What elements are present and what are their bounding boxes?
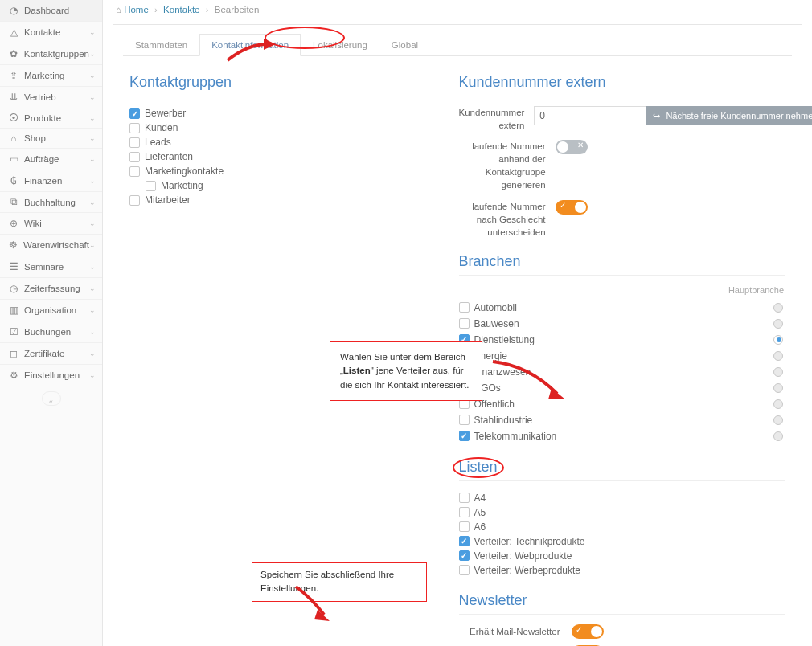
hauptbranche-radio[interactable] — [773, 399, 783, 409]
sidebar-item-buchungen[interactable]: ☑Buchungen⌄ — [0, 321, 102, 343]
sidebar-item-marketing[interactable]: ⇪Marketing⌄ — [0, 65, 102, 87]
sidebar-item-label: Kontaktgruppen — [24, 49, 89, 59]
checkbox[interactable] — [129, 166, 140, 177]
hauptbranche-radio[interactable] — [773, 351, 783, 361]
kundennummer-input[interactable] — [534, 106, 646, 125]
branche-item[interactable]: Öffentlich — [459, 397, 773, 411]
checkbox[interactable] — [459, 302, 470, 313]
branche-item[interactable]: Finanzwesen — [459, 365, 773, 379]
kontaktgruppe-label: Kunden — [145, 122, 178, 133]
toggle-newsletter-mail[interactable] — [572, 624, 604, 639]
liste-item[interactable]: Verteiler: Webprodukte — [459, 549, 785, 563]
checkbox[interactable] — [459, 431, 470, 441]
tab-stammdaten[interactable]: Stammdaten — [123, 34, 199, 56]
branche-item[interactable]: Dienstleistung — [459, 333, 773, 347]
kontaktgruppe-item[interactable]: Marketing — [146, 178, 427, 193]
kontaktgruppe-item[interactable]: Mitarbeiter — [129, 193, 427, 207]
sidebar-item-produkte[interactable]: ⦿Produkte⌄ — [0, 108, 102, 129]
checkbox[interactable] — [129, 123, 140, 133]
branche-item[interactable]: Energie — [459, 349, 773, 363]
kontaktgruppe-item[interactable]: Marketingkontakte — [129, 164, 427, 178]
breadcrumb-current: Bearbeiten — [215, 5, 260, 14]
sidebar-item-einstellungen[interactable]: ⚙Einstellungen⌄ — [0, 365, 102, 386]
kontaktgruppe-item[interactable]: Kunden — [129, 121, 427, 135]
sidebar-item-seminare[interactable]: ☰Seminare⌄ — [0, 256, 102, 278]
breadcrumb-sep: › — [154, 5, 158, 14]
kontaktgruppe-item[interactable]: Bewerber — [129, 106, 427, 121]
checkbox[interactable] — [459, 493, 470, 503]
sidebar-item-zertifikate[interactable]: ◻Zertifikate⌄ — [0, 343, 102, 365]
hauptbranche-radio[interactable] — [773, 383, 783, 393]
hauptbranche-radio[interactable] — [773, 431, 783, 441]
branchen-header: Hauptbranche — [459, 285, 785, 295]
hauptbranche-radio[interactable] — [773, 367, 783, 377]
sidebar-item-kontakte[interactable]: △Kontakte⌄ — [0, 22, 102, 43]
checkbox[interactable] — [459, 318, 470, 329]
checkbox[interactable] — [129, 137, 140, 148]
sidebar-item-vertrieb[interactable]: ⇊Vertrieb⌄ — [0, 87, 102, 108]
kontaktgruppe-label: Lieferanten — [145, 151, 193, 162]
toggle-laufende-geschlecht[interactable] — [556, 200, 588, 215]
tab-lokalisierung[interactable]: Lokalisierung — [301, 34, 379, 56]
branche-row: Automobil — [459, 300, 785, 316]
chevron-down-icon: ⌄ — [89, 350, 96, 358]
checkbox[interactable] — [459, 521, 470, 532]
sidebar-item-kontaktgruppen[interactable]: ✿Kontaktgruppen⌄ — [0, 43, 102, 65]
sidebar-item-dashboard[interactable]: ◔Dashboard — [0, 0, 102, 22]
hauptbranche-radio[interactable] — [773, 303, 783, 313]
branche-item[interactable]: Telekommunikation — [459, 429, 773, 444]
checkbox[interactable] — [129, 152, 140, 162]
hauptbranche-radio[interactable] — [773, 415, 783, 425]
sidebar-item-wiki[interactable]: ⊕Wiki⌄ — [0, 213, 102, 235]
sidebar-item-label: Wiki — [24, 219, 89, 228]
hauptbranche-radio[interactable] — [773, 335, 783, 345]
tab-global[interactable]: Global — [379, 34, 430, 56]
checkbox[interactable] — [129, 108, 140, 119]
liste-item[interactable]: Verteiler: Technikprodukte — [459, 534, 785, 549]
checkbox[interactable] — [459, 565, 470, 575]
branche-item[interactable]: NGOs — [459, 381, 773, 395]
sidebar-item-shop[interactable]: ⌂Shop⌄ — [0, 129, 102, 149]
liste-item[interactable]: Verteiler: Werbeprodukte — [459, 563, 785, 578]
breadcrumb-kontakte[interactable]: Kontakte — [163, 5, 199, 14]
liste-item[interactable]: A4 — [459, 491, 785, 505]
breadcrumb-home[interactable]: Home — [124, 5, 149, 14]
branche-item[interactable]: Bauwesen — [459, 317, 773, 331]
sidebar-item-label: Kontakte — [24, 27, 89, 37]
branche-row: Dienstleistung — [459, 332, 785, 348]
branche-item[interactable]: Automobil — [459, 301, 773, 315]
toggle-laufende-kg[interactable] — [556, 140, 588, 154]
kontaktgruppe-item[interactable]: Leads — [129, 135, 427, 149]
kontaktgruppe-item[interactable]: Lieferanten — [129, 149, 427, 164]
kontaktgruppe-label: Leads — [145, 137, 171, 148]
sidebar-icon: ⌂ — [8, 133, 19, 143]
kontaktgruppe-label: Marketing — [161, 180, 203, 191]
liste-item[interactable]: A6 — [459, 520, 785, 534]
sidebar-item-organisation[interactable]: ▥Organisation⌄ — [0, 300, 102, 321]
checkbox[interactable] — [459, 415, 470, 425]
branche-label: Automobil — [474, 302, 517, 313]
hauptbranche-radio[interactable] — [773, 319, 783, 329]
kundennummer-next-button[interactable]: ↪ Nächste freie Kundennummer nehmen — [646, 106, 812, 125]
sidebar: ◔Dashboard△Kontakte⌄✿Kontaktgruppen⌄⇪Mar… — [0, 0, 103, 646]
checkbox[interactable] — [459, 536, 470, 546]
liste-item[interactable]: A5 — [459, 505, 785, 520]
branche-row: Öffentlich — [459, 396, 785, 412]
sidebar-icon: ⇪ — [8, 70, 19, 81]
branche-label: Finanzwesen — [474, 366, 531, 378]
checkbox[interactable] — [459, 550, 470, 561]
branche-item[interactable]: Stahlindustrie — [459, 413, 773, 427]
sidebar-item-aufträge[interactable]: ▭Aufträge⌄ — [0, 149, 102, 170]
sidebar-collapse-button[interactable]: « — [42, 391, 61, 406]
kundennummer-label: Kundennummer extern — [459, 106, 535, 132]
checkbox[interactable] — [129, 195, 140, 206]
sidebar-item-zeiterfassung[interactable]: ◷Zeiterfassung⌄ — [0, 278, 102, 300]
checkbox[interactable] — [146, 181, 156, 191]
tab-kontaktinformation[interactable]: Kontaktinformation — [199, 34, 301, 56]
sidebar-item-finanzen[interactable]: ₲Finanzen⌄ — [0, 170, 102, 192]
sidebar-icon: ⧉ — [8, 197, 19, 207]
laufende-kg-label: laufende Nummer anhand der Kontaktgruppe… — [459, 140, 556, 191]
sidebar-item-buchhaltung[interactable]: ⧉Buchhaltung⌄ — [0, 192, 102, 213]
checkbox[interactable] — [459, 507, 470, 517]
sidebar-item-warenwirtschaft[interactable]: ☸Warenwirtschaft⌄ — [0, 235, 102, 256]
